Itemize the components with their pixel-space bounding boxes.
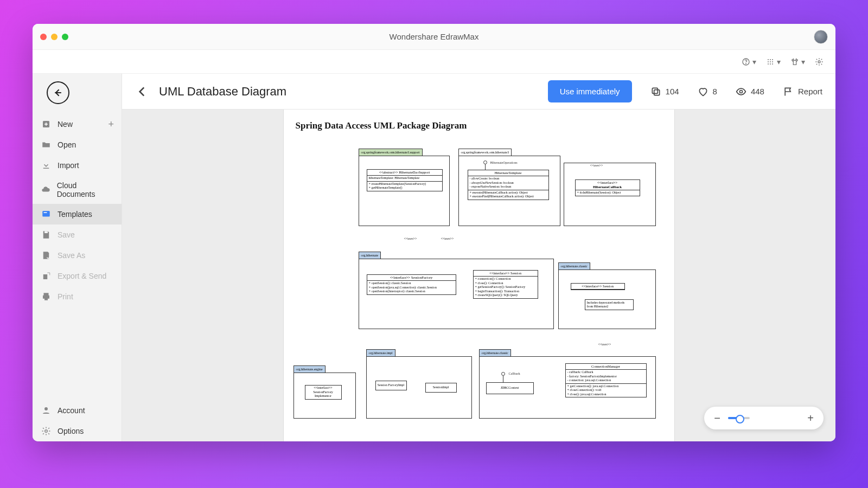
stat-value: 448 xyxy=(751,87,764,96)
svg-point-20 xyxy=(739,90,742,93)
window-title: Wondershare EdrawMax xyxy=(33,32,835,41)
interface-lollipop xyxy=(483,160,487,164)
close-icon[interactable] xyxy=(40,34,47,40)
svg-rect-15 xyxy=(44,231,48,233)
interface-lollipop xyxy=(501,372,505,376)
plus-square-icon xyxy=(41,119,51,129)
stat-likes[interactable]: 8 xyxy=(698,86,717,97)
pkg-hibernate-classic: org.hibernate.classic <<interface>> Sess… xyxy=(558,269,656,329)
report-label: Report xyxy=(798,87,822,96)
grid-icon[interactable]: ▾ xyxy=(766,57,781,66)
svg-point-7 xyxy=(772,61,773,62)
cls-hibernate-dao-support: <<abstract>> HibernateDaoSupport hiberna… xyxy=(367,169,443,191)
cls-session-factory-impl: Session FactoryImpl xyxy=(375,381,407,390)
diagram-page: Spring Data Access UML Package Diagram o… xyxy=(284,110,674,441)
zoom-control: − + xyxy=(704,407,824,429)
diagram-title: Spring Data Access UML Package Diagram xyxy=(296,120,662,131)
svg-rect-19 xyxy=(652,88,658,93)
report-button[interactable]: Report xyxy=(783,86,822,97)
sidebar-item-export: Export & Send xyxy=(33,266,122,286)
use-immediately-button[interactable]: Use immediately xyxy=(548,80,632,102)
sidebar-item-label: Print xyxy=(58,292,73,301)
cls-session-impl: SessionImpl xyxy=(425,383,457,393)
avatar[interactable] xyxy=(814,30,828,44)
cloud-icon xyxy=(41,185,50,195)
sidebar-item-cloud[interactable]: Cloud Documents xyxy=(33,176,122,204)
cls-hibernate-template: HibernateTemplate - allowCreate: boolean… xyxy=(468,170,549,200)
svg-rect-14 xyxy=(44,212,47,213)
svg-point-6 xyxy=(770,61,771,62)
svg-point-10 xyxy=(772,63,773,65)
svg-point-4 xyxy=(772,59,773,60)
help-icon[interactable]: ▾ xyxy=(742,57,756,66)
svg-point-8 xyxy=(768,63,769,65)
templates-icon xyxy=(41,209,51,219)
sidebar: New + Open Import Cloud Documents xyxy=(33,74,122,441)
stat-copies[interactable]: 104 xyxy=(650,86,679,97)
account-icon xyxy=(41,406,51,415)
svg-point-2 xyxy=(768,59,769,60)
sidebar-item-open[interactable]: Open xyxy=(33,134,122,155)
svg-point-9 xyxy=(770,63,771,65)
canvas[interactable]: Spring Data Access UML Package Diagram o… xyxy=(122,110,835,441)
svg-rect-18 xyxy=(654,89,659,95)
sidebar-item-templates[interactable]: Templates xyxy=(33,204,122,224)
sidebar-item-label: Templates xyxy=(58,210,92,219)
template-header: UML Database Diagram Use immediately 104… xyxy=(122,74,835,110)
stat-value: 104 xyxy=(666,87,679,96)
pkg-tab: org.hibernate xyxy=(359,252,381,259)
sidebar-item-options[interactable]: Options xyxy=(33,421,122,441)
header-back-button[interactable] xyxy=(135,85,149,99)
toolbar-secondary: ▾ ▾ ▾ xyxy=(33,50,835,74)
sidebar-item-label: New xyxy=(58,120,73,129)
options-icon xyxy=(41,426,51,436)
maximize-icon[interactable] xyxy=(62,34,68,40)
svg-point-11 xyxy=(818,61,820,63)
svg-point-16 xyxy=(44,407,48,410)
main-panel: UML Database Diagram Use immediately 104… xyxy=(122,74,835,441)
pkg-tab: org.hibernate.classic xyxy=(479,349,511,356)
stat-value: 8 xyxy=(713,87,717,96)
cls-hibernate-callback: <<interface>>HibernateCallback + doInHib… xyxy=(575,179,640,196)
cls-sfi: <<interface>> SessionFactory Implementor xyxy=(305,385,342,400)
copy-icon xyxy=(650,86,661,97)
sidebar-item-account[interactable]: Account xyxy=(33,400,122,421)
sidebar-item-new[interactable]: New + xyxy=(33,114,122,134)
cls-connection-manager: ConnectionManager - callback: Callback -… xyxy=(565,363,647,397)
sidebar-item-saveas: Save As xyxy=(33,245,122,266)
sidebar-item-label: Import xyxy=(58,161,79,170)
svg-rect-13 xyxy=(42,211,50,217)
back-button[interactable] xyxy=(47,81,69,104)
page-title: UML Database Diagram xyxy=(159,85,286,99)
pkg-hibernate-engine: org.hibernate.engine <<interface>> Sessi… xyxy=(293,373,356,419)
zoom-slider[interactable] xyxy=(728,417,750,419)
shirt-icon[interactable]: ▾ xyxy=(790,57,805,66)
zoom-in-button[interactable]: + xyxy=(806,412,815,425)
app-window: Wondershare EdrawMax ▾ ▾ ▾ New xyxy=(33,24,835,441)
minimize-icon[interactable] xyxy=(51,34,58,40)
pkg-tab: org.hibernate.impl xyxy=(366,349,395,356)
window-controls xyxy=(40,34,68,40)
gear-icon[interactable] xyxy=(815,57,824,66)
flag-icon xyxy=(783,86,794,97)
pkg-spring-support: org.springframework.orm.hibernate3.suppo… xyxy=(359,156,450,226)
pkg-hibernate: org.hibernate <<interface>> SessionFacto… xyxy=(359,259,554,329)
sidebar-item-import[interactable]: Import xyxy=(33,155,122,176)
cls-session-factory: <<interface>> SessionFactory + openSessi… xyxy=(367,274,456,295)
add-icon[interactable]: + xyxy=(108,119,114,130)
stat-views[interactable]: 448 xyxy=(736,86,764,97)
pkg-tab: org.hibernate.classic xyxy=(558,262,590,269)
sidebar-item-label: Save As xyxy=(58,251,85,260)
sidebar-item-label: Export & Send xyxy=(58,272,106,280)
save-icon xyxy=(41,230,51,240)
cls-jdbc-context: JDBCContext xyxy=(486,382,534,394)
sidebar-item-label: Save xyxy=(58,230,75,239)
sidebar-item-print: Print xyxy=(33,286,122,307)
pkg-hibernate-classic2: org.hibernate.classic Callback JDBCConte… xyxy=(479,356,656,419)
heart-icon xyxy=(698,86,709,97)
zoom-out-button[interactable]: − xyxy=(713,412,722,425)
cls-session: <<interface>> Session + connection(): Co… xyxy=(473,270,538,299)
svg-point-17 xyxy=(45,430,48,433)
svg-point-5 xyxy=(768,61,769,62)
pkg-tab: org.hibernate.engine xyxy=(293,365,326,373)
